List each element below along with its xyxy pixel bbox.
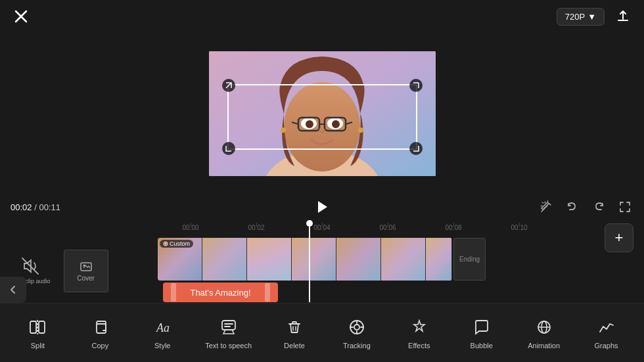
current-time: 00:02 — [11, 202, 32, 212]
thumbnail-6 — [426, 238, 452, 281]
bubble-icon — [471, 317, 492, 338]
ruler-mark-5: 00:10 — [486, 224, 552, 231]
copy-icon — [89, 317, 110, 338]
svg-point-16 — [358, 127, 363, 133]
tts-icon — [218, 317, 239, 338]
svg-rect-21 — [30, 321, 36, 333]
thumbnail-2 — [247, 238, 292, 281]
resolution-label: 720P — [565, 12, 585, 22]
split-label: Split — [31, 342, 45, 350]
cover-tool[interactable]: Cover — [64, 250, 108, 292]
redo-icon[interactable] — [590, 198, 607, 215]
svg-marker-17 — [318, 201, 327, 213]
video-visual — [209, 51, 436, 176]
toolbar-style[interactable]: Aa Style — [143, 317, 182, 350]
strip-handle-right[interactable] — [265, 283, 270, 302]
graphs-label: Graphs — [595, 342, 618, 350]
resolution-button[interactable]: 720P ▼ — [557, 8, 605, 26]
animation-icon — [534, 317, 555, 338]
ruler-mark-1: 00:02 — [223, 224, 289, 231]
playback-controls: 00:02 / 00:11 — [0, 194, 644, 220]
style-icon: Aa — [152, 317, 173, 338]
custom-badge: Custom — [160, 240, 193, 248]
playback-right-controls — [538, 198, 633, 215]
thumbnail-0: Custom — [158, 238, 202, 281]
ruler-mark-4: 00:08 — [421, 224, 486, 231]
strip-handle-left[interactable] — [171, 283, 176, 302]
ending-label: Ending — [459, 256, 480, 263]
timeline-content: Mute clip audio Cover Custom — [0, 235, 644, 302]
svg-point-5 — [284, 82, 360, 171]
video-content — [209, 51, 436, 176]
close-button[interactable] — [11, 6, 32, 27]
total-time: 00:11 — [39, 202, 60, 212]
toolbar-text-to-speech[interactable]: Text to speech — [205, 317, 252, 350]
svg-point-9 — [332, 120, 340, 128]
svg-text:Aa: Aa — [156, 321, 170, 334]
svg-rect-18 — [81, 263, 91, 271]
toolbar-copy[interactable]: Copy — [80, 317, 120, 350]
time-display: 00:02 / 00:11 — [11, 202, 60, 212]
split-icon — [27, 317, 48, 338]
svg-rect-22 — [39, 321, 45, 333]
bottom-toolbar: Split Copy Aa Style Text to speech — [0, 303, 644, 362]
animation-label: Animation — [528, 342, 560, 350]
video-preview — [0, 33, 644, 194]
fullscreen-icon[interactable] — [616, 198, 633, 215]
ending-badge: Ending — [453, 238, 486, 281]
video-strip-container: Custom Ending — [158, 238, 486, 281]
svg-point-8 — [306, 120, 313, 128]
toolbar-bubble[interactable]: Bubble — [462, 317, 501, 350]
dropdown-arrow: ▼ — [587, 12, 596, 22]
tts-label: Text to speech — [205, 342, 252, 350]
style-label: Style — [154, 342, 170, 350]
ruler-mark-3: 00:06 — [355, 224, 421, 231]
thumbnail-1 — [202, 238, 247, 281]
graphs-icon — [596, 317, 617, 338]
mute-icon — [21, 257, 39, 275]
toolbar-tracking[interactable]: Tracking — [337, 317, 377, 350]
video-thumbnail-strip: Custom — [158, 238, 452, 281]
bubble-label: Bubble — [471, 342, 493, 350]
add-clip-button[interactable]: + — [605, 223, 633, 252]
svg-point-19 — [83, 264, 85, 266]
play-button[interactable] — [312, 197, 332, 217]
effects-label: Effects — [408, 342, 430, 350]
ruler-mark-0: 00:00 — [158, 224, 223, 231]
video-frame — [209, 51, 436, 176]
export-button[interactable] — [612, 6, 633, 27]
delete-icon — [284, 317, 305, 338]
cover-label: Cover — [77, 275, 95, 282]
timeline-ruler: 00:00 00:02 00:04 00:06 00:08 00:10 — [0, 220, 644, 235]
svg-rect-24 — [97, 324, 106, 333]
thumbnail-3 — [292, 238, 336, 281]
tracking-label: Tracking — [343, 342, 371, 350]
ruler-mark-2: 00:04 — [289, 224, 355, 231]
thumbnail-4 — [336, 238, 381, 281]
text-overlay-content: That's Amazing! — [176, 288, 265, 298]
timeline-area: 00:00 00:02 00:04 00:06 00:08 00:10 — [0, 220, 644, 302]
ruler-marks: 00:00 00:02 00:04 00:06 00:08 00:10 — [158, 224, 552, 231]
thumbnail-5 — [381, 238, 426, 281]
undo-icon[interactable] — [564, 198, 581, 215]
tracking-icon — [346, 317, 367, 338]
toolbar-graphs[interactable]: Graphs — [587, 317, 626, 350]
toolbar-effects[interactable]: Effects — [400, 317, 439, 350]
delete-label: Delete — [284, 342, 305, 350]
copy-label: Copy — [92, 342, 109, 350]
top-bar: 720P ▼ — [0, 0, 644, 33]
svg-rect-26 — [222, 321, 235, 330]
top-right-controls: 720P ▼ — [557, 6, 633, 27]
svg-point-15 — [281, 127, 286, 133]
sidebar-collapse-button[interactable] — [0, 277, 26, 303]
text-overlay-strip[interactable]: That's Amazing! — [163, 283, 278, 302]
toolbar-split[interactable]: Split — [18, 317, 57, 350]
svg-point-30 — [354, 325, 359, 330]
toolbar-animation[interactable]: Animation — [524, 317, 564, 350]
effects-icon — [409, 317, 430, 338]
magic-icon[interactable] — [538, 198, 555, 215]
toolbar-delete[interactable]: Delete — [275, 317, 314, 350]
